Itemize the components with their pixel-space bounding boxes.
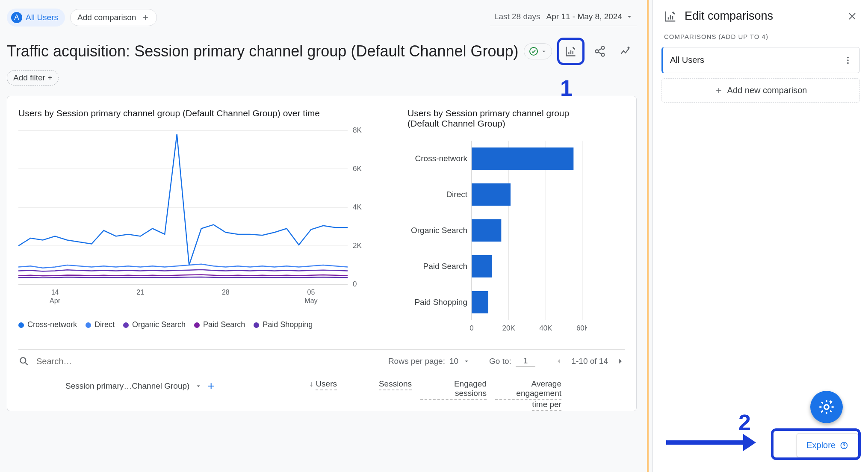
rows-per-page-label: Rows per page: xyxy=(388,357,445,366)
legend-item[interactable]: Paid Shopping xyxy=(254,320,313,329)
svg-rect-37 xyxy=(472,291,488,313)
comparison-item[interactable]: All Users xyxy=(661,47,860,73)
svg-text:05: 05 xyxy=(307,289,315,296)
all-users-avatar: A xyxy=(11,12,22,23)
line-chart: 02K4K6K8K14Apr212805May xyxy=(18,126,373,310)
chart-edit-icon xyxy=(565,45,577,57)
table-header: Session primary…Channel Group) + ↓ Users… xyxy=(18,373,625,411)
legend-item[interactable]: Cross-network xyxy=(18,320,77,329)
svg-text:Paid Shopping: Paid Shopping xyxy=(414,298,467,307)
settings-fab[interactable] xyxy=(810,391,843,423)
plus-icon xyxy=(141,13,150,22)
svg-text:4K: 4K xyxy=(353,203,362,211)
add-comparison-chip[interactable]: Add comparison xyxy=(70,9,157,26)
close-icon[interactable] xyxy=(847,11,857,21)
metric-header[interactable]: Sessions xyxy=(341,379,416,411)
chevron-down-icon xyxy=(626,13,633,21)
dimension-header[interactable]: Session primary…Channel Group) xyxy=(65,381,189,391)
svg-text:28: 28 xyxy=(222,289,230,296)
plus-icon xyxy=(714,86,723,95)
page-range: 1-10 of 14 xyxy=(571,357,608,366)
chart-edit-icon xyxy=(664,10,677,23)
svg-text:40K: 40K xyxy=(539,324,552,332)
share-icon xyxy=(594,45,606,57)
bar-chart-title: Users by Session primary channel group (… xyxy=(407,108,591,129)
annotation-1: 1 xyxy=(560,75,573,101)
svg-rect-31 xyxy=(472,183,511,206)
date-range-prefix: Last 28 days xyxy=(494,12,540,21)
page-title: Traffic acquisition: Session primary cha… xyxy=(7,42,519,60)
side-panel-title: Edit comparisons xyxy=(685,9,839,23)
goto-label: Go to: xyxy=(489,357,511,366)
more-vert-icon[interactable] xyxy=(843,56,853,65)
svg-text:Organic Search: Organic Search xyxy=(411,226,467,235)
edit-comparisons-button[interactable] xyxy=(561,41,581,62)
gear-sparkle-icon xyxy=(818,398,835,416)
top-bar: A All Users Add comparison Last 28 days … xyxy=(7,9,637,27)
svg-text:21: 21 xyxy=(136,289,144,296)
svg-point-3 xyxy=(601,53,604,56)
svg-point-1 xyxy=(601,46,604,49)
svg-text:14: 14 xyxy=(51,289,59,296)
legend-item[interactable]: Paid Search xyxy=(194,320,245,329)
add-comparison-label: Add comparison xyxy=(77,13,136,22)
svg-point-38 xyxy=(20,357,26,363)
comparisons-subtitle: COMPARISONS (ADD UP TO 4) xyxy=(653,33,868,40)
insights-button[interactable] xyxy=(615,41,636,62)
svg-text:0: 0 xyxy=(469,324,473,332)
svg-text:0: 0 xyxy=(353,280,357,288)
date-range-picker[interactable]: Last 28 days Apr 11 - May 8, 2024 xyxy=(490,9,637,26)
svg-text:6K: 6K xyxy=(353,165,362,173)
metric-header[interactable]: ↓ Users xyxy=(266,379,341,411)
search-icon xyxy=(18,356,30,367)
add-new-comparison-button[interactable]: Add new comparison xyxy=(661,78,860,103)
bar-chart: 020K40K60KCross-networkDirectOrganic Sea… xyxy=(407,136,587,337)
table-search-input[interactable] xyxy=(35,356,142,367)
svg-text:Paid Search: Paid Search xyxy=(423,262,467,271)
bar-chart-panel: Users by Session primary channel group (… xyxy=(407,108,591,339)
title-row: Traffic acquisition: Session primary cha… xyxy=(7,38,637,65)
chevron-down-icon xyxy=(463,357,470,365)
svg-point-2 xyxy=(595,50,598,53)
legend-item[interactable]: Direct xyxy=(86,320,115,329)
annotation-2: 2 xyxy=(738,410,751,435)
svg-text:Apr: Apr xyxy=(50,297,61,304)
metric-header[interactable]: Average engagementtime per xyxy=(491,379,566,411)
chart-legend: Cross-networkDirectOrganic SearchPaid Se… xyxy=(18,320,390,329)
add-dimension-button[interactable]: + xyxy=(207,379,214,393)
svg-point-39 xyxy=(847,56,849,58)
add-filter-label: Add filter + xyxy=(13,73,52,83)
svg-rect-35 xyxy=(472,255,492,277)
legend-item[interactable]: Organic Search xyxy=(123,320,186,329)
add-new-comparison-label: Add new comparison xyxy=(727,86,807,95)
page-next-button[interactable] xyxy=(616,357,625,366)
svg-rect-33 xyxy=(472,219,501,242)
goto-value[interactable]: 1 xyxy=(516,356,536,367)
metric-header[interactable]: Engaged sessions xyxy=(416,379,491,411)
line-chart-title: Users by Session primary channel group (… xyxy=(18,108,390,118)
svg-text:Cross-network: Cross-network xyxy=(415,154,468,163)
sparkle-trend-icon xyxy=(620,45,632,57)
add-filter-button[interactable]: Add filter + xyxy=(7,70,59,86)
rows-per-page-value[interactable]: 10 xyxy=(449,357,458,366)
page-prev-button[interactable] xyxy=(554,357,564,366)
data-quality-status[interactable] xyxy=(524,43,552,59)
annotation-highlight-2 xyxy=(771,428,861,460)
svg-text:May: May xyxy=(304,297,317,304)
comparison-item-label: All Users xyxy=(670,55,843,65)
share-button[interactable] xyxy=(590,41,610,62)
chevron-down-icon xyxy=(195,382,202,390)
svg-text:2K: 2K xyxy=(353,242,362,250)
check-circle-icon xyxy=(528,46,539,56)
svg-point-41 xyxy=(847,62,849,64)
svg-point-40 xyxy=(847,59,849,61)
svg-rect-29 xyxy=(472,148,573,170)
line-chart-panel: Users by Session primary channel group (… xyxy=(18,108,390,339)
all-users-label: All Users xyxy=(26,13,58,22)
main-card: Users by Session primary channel group (… xyxy=(7,96,637,411)
date-range-value: Apr 11 - May 8, 2024 xyxy=(546,12,622,21)
svg-text:60K: 60K xyxy=(576,324,587,332)
svg-point-0 xyxy=(530,47,537,55)
all-users-chip[interactable]: A All Users xyxy=(7,9,65,27)
svg-text:20K: 20K xyxy=(502,324,516,332)
